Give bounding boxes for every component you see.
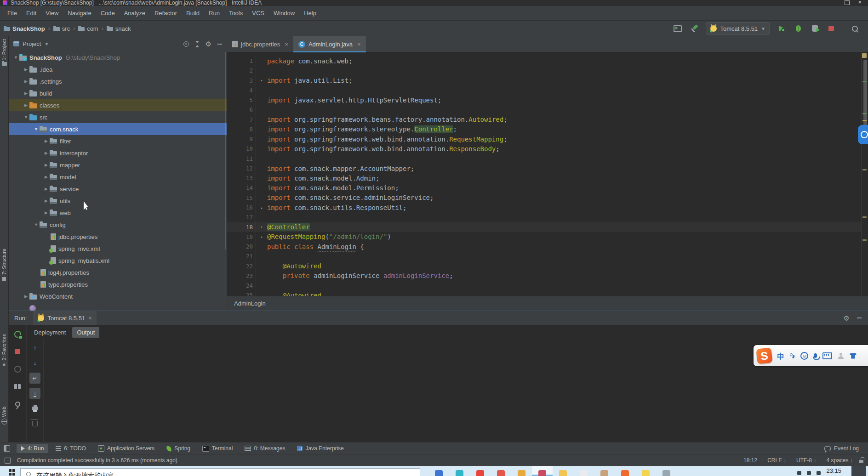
tree-item-spring-mvc.xml[interactable]: spring_mvc.xml [9, 243, 227, 255]
tree-collapsed-icon[interactable]: ▶ [23, 103, 29, 108]
run-anything-button[interactable] [673, 23, 683, 34]
tree-item-utils[interactable]: ▶utils [9, 195, 227, 207]
menu-refactor[interactable]: Refactor [150, 10, 182, 17]
close-icon[interactable]: × [88, 315, 92, 321]
hide-panel-icon[interactable] [857, 317, 862, 318]
clear-all-button[interactable] [29, 418, 40, 429]
prev-occurrence-button[interactable]: ↑ [29, 342, 40, 353]
toolwindow-button-0-messages[interactable]: 0: Messages [240, 444, 290, 453]
menu-navigate[interactable]: Navigate [63, 10, 96, 17]
run-configuration-tab[interactable]: Tomcat 8.5.51 × [33, 311, 96, 325]
breadcrumb-item-src[interactable]: src [53, 25, 70, 32]
fold-marker-icon[interactable]: ▴ [256, 234, 267, 239]
tree-item-interceptor[interactable]: ▶interceptor [9, 147, 227, 159]
tree-expanded-icon[interactable]: ▼ [33, 222, 40, 227]
search-everywhere-button[interactable] [850, 23, 860, 34]
toolwindow-button-6-todo[interactable]: 6: TODO [51, 444, 91, 453]
tree-collapsed-icon[interactable]: ▶ [23, 91, 29, 96]
soft-wrap-button[interactable]: ↵ [29, 373, 40, 384]
menu-run[interactable]: Run [204, 10, 224, 17]
project-scrollbar[interactable] [225, 52, 226, 249]
gear-icon[interactable]: ⚙ [206, 40, 211, 47]
sogou-logo-icon[interactable]: S [756, 347, 772, 364]
tree-collapsed-icon[interactable]: ▶ [43, 163, 50, 167]
taskbar-app-active[interactable] [532, 466, 553, 476]
fold-marker-icon[interactable]: ▾ [256, 225, 267, 229]
tool-window-switcher-icon[interactable] [4, 445, 10, 452]
stripe-mark[interactable] [862, 120, 867, 121]
close-tab-icon[interactable]: × [285, 41, 288, 48]
next-occurrence-button[interactable]: ↓ [29, 357, 40, 368]
coverage-button[interactable] [810, 23, 820, 34]
inspections-status-icon[interactable] [862, 53, 867, 58]
menu-edit[interactable]: Edit [22, 10, 41, 17]
tree-item-snackshop[interactable]: ▼SnackShopG:\study\SnackShop [9, 51, 227, 63]
tree-item-com.snack[interactable]: ▼com.snack [9, 123, 227, 135]
tree-collapsed-icon[interactable]: ▶ [43, 151, 50, 155]
stop-server-button[interactable] [12, 346, 23, 357]
close-button[interactable]: × [858, 0, 862, 5]
tree-item-classes[interactable]: ▶classes [9, 99, 227, 111]
show-desktop-button[interactable] [851, 466, 866, 476]
tree-expanded-icon[interactable]: ▼ [23, 115, 29, 119]
menu-code[interactable]: Code [96, 10, 120, 17]
tree-item-webcontent[interactable]: ▶WebContent [9, 290, 227, 302]
restart-server-button[interactable] [12, 363, 23, 374]
taskbar-app-chrome[interactable] [470, 466, 491, 476]
sogou-emoji-icon[interactable] [800, 352, 808, 360]
tray-icon[interactable] [817, 471, 821, 475]
chevron-down-icon[interactable]: ▼ [44, 41, 49, 46]
taskbar-clock[interactable]: 23:15 [826, 467, 841, 474]
tree-item-.settings[interactable]: ▶.settings [9, 75, 227, 87]
tree-collapsed-icon[interactable]: ▶ [43, 175, 50, 179]
menu-help[interactable]: Help [299, 10, 321, 17]
tree-collapsed-icon[interactable]: ▶ [23, 294, 29, 299]
toolwindow-button-java-enterprise[interactable]: Java Enterprise [292, 444, 348, 453]
sogou-punct-icon[interactable] [789, 353, 795, 358]
stripe-mark[interactable] [862, 216, 867, 218]
sogou-shirt-icon[interactable] [850, 353, 857, 359]
breadcrumb-item-snack[interactable]: snack [107, 25, 131, 32]
taskbar-app-4[interactable] [511, 466, 532, 476]
toolwindow-button-spring[interactable]: Spring [162, 444, 195, 453]
tree-collapsed-icon[interactable]: ▶ [23, 79, 29, 84]
sogou-mic-icon[interactable] [814, 353, 817, 358]
tree-item-filter[interactable]: ▶filter [9, 135, 227, 147]
tray-icon[interactable] [797, 471, 801, 475]
status-widget-18-12[interactable]: 18:12 [743, 457, 757, 464]
hide-panel-icon[interactable] [217, 44, 222, 45]
unlock-icon[interactable] [859, 460, 863, 463]
tree-item-build[interactable]: ▶build [9, 87, 227, 99]
error-stripe[interactable] [861, 52, 868, 296]
console-output[interactable] [44, 340, 868, 442]
tree-item-.idea[interactable]: ▶.idea [9, 63, 227, 75]
event-log-button[interactable]: Event Log [824, 445, 864, 452]
tree-item-log4j.properties[interactable]: log4j.properties [9, 266, 227, 278]
floating-overlay-icon[interactable] [858, 125, 868, 144]
code-editor[interactable]: 1package com.snack.web;23▾import java.ut… [227, 52, 868, 296]
maximize-button[interactable] [845, 0, 850, 5]
stripe-mark[interactable] [862, 113, 867, 114]
taskbar-app-1[interactable] [428, 466, 449, 476]
editor-tab-adminlogin.java[interactable]: AdminLogin.java× [293, 36, 366, 52]
taskbar-app-7[interactable] [594, 466, 615, 476]
sogou-user-icon[interactable] [838, 353, 844, 359]
fold-marker-icon[interactable]: ▴ [256, 205, 267, 210]
run-tab-output[interactable]: Output [72, 327, 99, 338]
stripe-mark[interactable] [862, 169, 867, 170]
status-widget-crlf[interactable]: CRLF↕ [767, 457, 786, 464]
taskbar-search-input[interactable]: 在这里输入你要搜索的内容 [20, 468, 420, 476]
tree-item-model[interactable]: ▶model [9, 171, 227, 183]
taskbar-app-5[interactable] [553, 466, 573, 476]
tree-collapsed-icon[interactable]: ▶ [43, 139, 50, 143]
tree-expanded-icon[interactable]: ▼ [33, 127, 40, 131]
breadcrumb-item-com[interactable]: com [78, 25, 98, 32]
toolwindow-button-4-run[interactable]: 4: Run [17, 444, 48, 453]
scroll-to-end-button[interactable]: ↓ [29, 388, 40, 399]
taskbar-app-6[interactable] [573, 466, 594, 476]
tree-item-partial[interactable] [9, 302, 227, 311]
status-message[interactable]: Compilation completed successfully in 3 … [17, 457, 177, 464]
start-button[interactable] [0, 466, 20, 476]
pin-tab-button[interactable] [12, 398, 23, 409]
stripe-mark[interactable] [862, 81, 867, 82]
